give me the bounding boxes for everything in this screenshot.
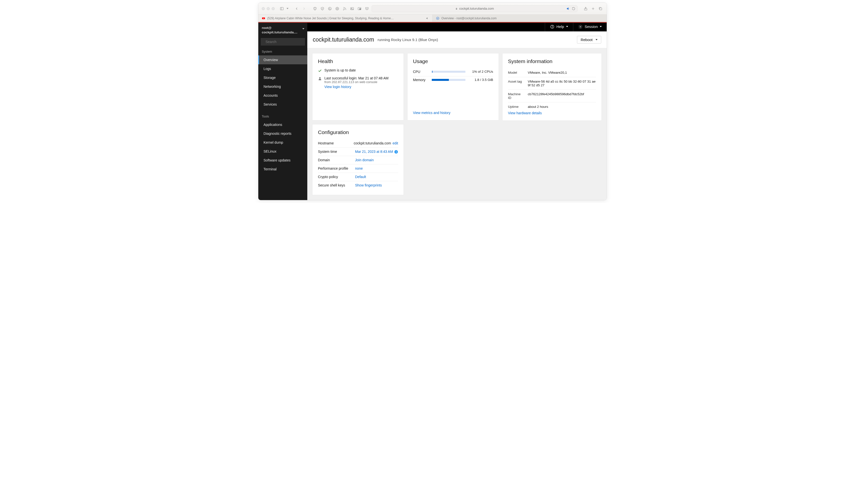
tab-overview-icon[interactable] [598, 6, 603, 11]
nav-group-system: System [258, 48, 307, 55]
nav-back-icon[interactable] [294, 6, 299, 11]
chevron-down-icon[interactable] [287, 8, 288, 9]
lock-icon [455, 8, 458, 10]
view-hardware-link[interactable]: View hardware details [508, 111, 596, 115]
health-card: Health System is up to date Last success… [312, 53, 404, 120]
tab-title: (529) Airplane Cabin White Noise Jet Sou… [267, 16, 396, 20]
svg-point-4 [336, 7, 339, 10]
user-icon [318, 77, 322, 81]
shield-half-icon[interactable] [312, 6, 318, 11]
sysinfo-row: Asset tagVMware-56 4d a5 cc 8c 50 bb 32-… [508, 77, 596, 90]
svg-point-5 [343, 9, 344, 10]
svg-rect-14 [600, 8, 602, 10]
host-user: root@ [262, 26, 297, 30]
config-value-link[interactable]: Join domain [355, 158, 374, 162]
page-subtitle: running Rocky Linux 9.1 (Blue Onyx) [378, 38, 438, 42]
chevron-down-icon [302, 28, 304, 30]
svg-rect-0 [280, 7, 283, 10]
pocket-icon[interactable] [364, 6, 370, 11]
config-row: Crypto policyDefault [318, 173, 398, 181]
card-title: Usage [413, 58, 493, 64]
svg-point-23 [580, 26, 581, 27]
edit-link[interactable]: edit [392, 141, 398, 145]
nav-item-terminal[interactable]: Terminal [258, 165, 307, 174]
sysinfo-card: System information ModelVMware, Inc. VMw… [502, 53, 602, 121]
usage-row-cpu: CPU 1% of 2 CPUs [413, 68, 493, 77]
host-switcher[interactable]: root@ cockpit.tuturulianda.... [258, 23, 307, 38]
svg-point-2 [328, 7, 331, 10]
pip-icon[interactable] [357, 6, 362, 11]
nav-item-services[interactable]: Services [258, 100, 307, 109]
usage-row-memory: Memory 1.8 / 3.5 GiB [413, 77, 493, 84]
chevron-down-icon [566, 26, 568, 27]
nav-item-kernel-dump[interactable]: Kernel dump [258, 138, 307, 147]
gear-icon [578, 24, 583, 29]
config-value-link[interactable]: Show fingerprints [355, 183, 382, 187]
help-icon [550, 24, 554, 29]
svg-point-18 [437, 18, 438, 19]
tab-strip: (529) Airplane Cabin White Noise Jet Sou… [258, 15, 607, 22]
card-title: Configuration [318, 129, 398, 135]
sidebar-search[interactable] [261, 38, 305, 46]
search-input[interactable] [265, 40, 309, 44]
config-card: Configuration Hostnamecockpit.tuturulian… [312, 124, 404, 195]
sysinfo-row: Uptimeabout 2 hours [508, 102, 596, 111]
circle-dash-icon[interactable] [335, 6, 340, 11]
host-name: cockpit.tuturulianda.... [262, 30, 297, 35]
nav-group-tools: Tools [258, 113, 307, 120]
last-login: Last successful login: Mar 21 at 07:48 A… [324, 76, 389, 80]
nav-item-logs[interactable]: Logs [258, 64, 307, 73]
nav-item-applications[interactable]: Applications [258, 120, 307, 129]
session-button[interactable]: Session [573, 22, 607, 32]
nav-item-software-updates[interactable]: Software updates [258, 156, 307, 165]
usage-card: Usage CPU 1% of 2 CPUs Memory 1.8 / 3.5 … [407, 53, 499, 120]
chevron-down-icon [596, 39, 598, 40]
last-login-from: from 202.87.221.113 on web console [324, 80, 389, 84]
browser-tab-1[interactable]: Overview - root@cockpit.tuturulianda.com [432, 15, 607, 22]
sidebar-toggle-icon[interactable] [279, 6, 285, 11]
view-login-history-link[interactable]: View login history [324, 85, 389, 89]
nav-forward-icon [301, 6, 307, 11]
window-controls[interactable] [262, 7, 275, 10]
config-value-link[interactable]: Mar 21, 2023 at 8:43 AM [355, 150, 393, 154]
nav-item-accounts[interactable]: Accounts [258, 91, 307, 100]
memory-bar [432, 79, 465, 81]
nav-item-overview[interactable]: Overview [258, 55, 307, 64]
config-row: Hostnamecockpit.tuturulianda.comedit [318, 139, 398, 148]
sidebar: root@ cockpit.tuturulianda.... System Ov… [258, 22, 307, 200]
info-icon[interactable]: i [394, 150, 398, 154]
tab-title: Overview - root@cockpit.tuturulianda.com [441, 16, 497, 20]
browser-tab-0[interactable]: (529) Airplane Cabin White Noise Jet Sou… [258, 15, 432, 22]
config-row: System timeMar 21, 2023 at 8:43 AMi [318, 148, 398, 156]
nav-item-networking[interactable]: Networking [258, 82, 307, 91]
config-row: Secure shell keysShow fingerprints [318, 181, 398, 189]
sysinfo-row: ModelVMware, Inc. VMware20,1 [508, 68, 596, 77]
audio-playing-icon[interactable] [566, 7, 570, 10]
svg-point-24 [319, 77, 320, 78]
tab-audio-icon[interactable] [426, 17, 429, 20]
config-row: Performance profilenone [318, 164, 398, 173]
config-value-link[interactable]: none [355, 166, 363, 171]
address-bar[interactable]: cockpit.tuturulianda.com [372, 5, 577, 12]
browser-toolbar: cockpit.tuturulianda.com [258, 3, 607, 15]
privacy-shield-icon[interactable] [320, 6, 325, 11]
svg-rect-10 [456, 9, 457, 9]
rss-icon[interactable] [342, 6, 347, 11]
cpu-bar [432, 71, 465, 73]
grammarly-icon[interactable] [327, 6, 333, 11]
sysinfo-row: Machine IDcb762128fe4245b988596dbd7fdc52… [508, 90, 596, 102]
share-icon[interactable] [583, 6, 588, 11]
image-icon[interactable] [349, 6, 355, 11]
youtube-icon [262, 16, 265, 20]
svg-rect-9 [359, 9, 361, 9]
view-metrics-link[interactable]: View metrics and history [413, 111, 493, 115]
nav-item-diagnostic-reports[interactable]: Diagnostic reports [258, 129, 307, 138]
reload-icon[interactable] [572, 7, 575, 10]
nav-item-selinux[interactable]: SELinux [258, 147, 307, 156]
reboot-button[interactable]: Reboot [577, 36, 601, 44]
svg-point-22 [552, 27, 552, 28]
new-tab-icon[interactable] [590, 6, 596, 11]
config-value-link[interactable]: Default [355, 175, 366, 179]
nav-item-storage[interactable]: Storage [258, 73, 307, 82]
help-button[interactable]: Help [545, 22, 573, 32]
